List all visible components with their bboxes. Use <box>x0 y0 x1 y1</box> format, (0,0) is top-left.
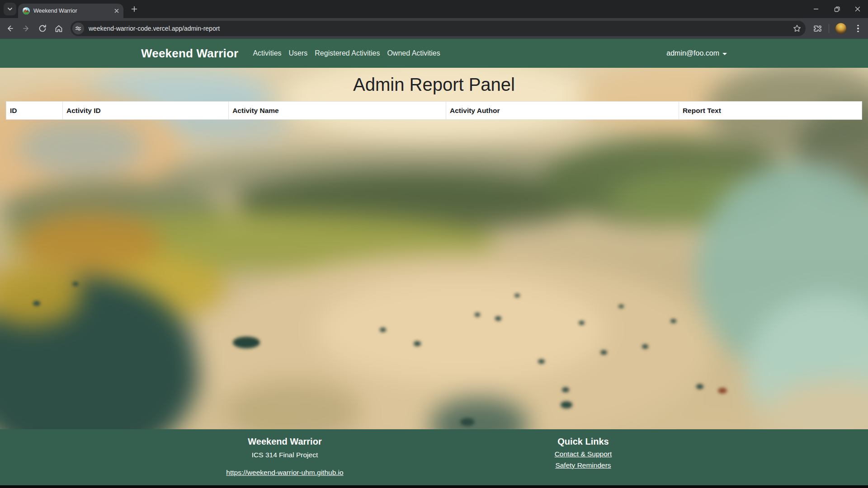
tab-strip: Weekend Warrior <box>0 0 868 18</box>
browser-menu-button[interactable] <box>852 22 864 35</box>
footer-brand-title: Weekend Warrior <box>136 436 434 447</box>
home-icon <box>54 24 63 33</box>
quick-links-title: Quick Links <box>434 436 732 447</box>
window-bottom-edge <box>0 485 868 488</box>
nav-link-activities[interactable]: Activities <box>249 49 285 57</box>
column-header-id: ID <box>6 102 63 120</box>
site-navbar: Weekend Warrior Activities Users Registe… <box>0 39 868 68</box>
tab-search-button[interactable] <box>4 3 16 15</box>
column-header-report-text: Report Text <box>679 102 862 120</box>
contact-support-link[interactable]: Contact & Support <box>434 450 732 458</box>
close-icon <box>855 6 860 12</box>
puzzle-icon <box>813 24 822 33</box>
browser-tab[interactable]: Weekend Warrior <box>18 4 123 18</box>
page-title: Admin Report Panel <box>0 68 868 95</box>
forward-button[interactable] <box>20 22 33 35</box>
footer-quick-links-column: Quick Links Contact & Support Safety Rem… <box>434 429 732 485</box>
window-minimize-button[interactable] <box>806 0 826 18</box>
nav-link-owned-activities[interactable]: Owned Activities <box>383 49 443 57</box>
nav-link-users[interactable]: Users <box>285 49 311 57</box>
site-footer: Weekend Warrior ICS 314 Final Project ht… <box>0 429 868 485</box>
column-header-activity-name: Activity Name <box>229 102 446 120</box>
toolbar-separator <box>829 24 829 33</box>
column-header-activity-id: Activity ID <box>62 102 228 120</box>
browser-toolbar: weekend-warrior-code.vercel.app/admin-re… <box>0 18 868 39</box>
report-table: ID Activity ID Activity Name Activity Au… <box>6 101 862 120</box>
tab-close-button[interactable] <box>113 7 121 15</box>
url-bar[interactable]: weekend-warrior-code.vercel.app/admin-re… <box>71 21 806 36</box>
minimize-icon <box>813 6 819 12</box>
navbar-brand[interactable]: Weekend Warrior <box>141 47 238 61</box>
window-controls <box>806 0 868 18</box>
window-restore-button[interactable] <box>826 0 847 18</box>
account-dropdown[interactable]: admin@foo.com <box>666 49 727 57</box>
star-icon <box>793 24 801 33</box>
new-tab-button[interactable] <box>128 3 141 15</box>
footer-subtitle: ICS 314 Final Project <box>136 451 434 459</box>
tab-title: Weekend Warrior <box>33 8 77 14</box>
extensions-button[interactable] <box>811 22 824 35</box>
plus-icon <box>131 6 137 12</box>
beach-detail-specks <box>0 68 868 429</box>
window-close-button[interactable] <box>847 0 868 18</box>
back-button[interactable] <box>4 22 16 35</box>
column-header-activity-author: Activity Author <box>446 102 679 120</box>
reload-button[interactable] <box>36 22 49 35</box>
reload-icon <box>38 24 47 33</box>
site-info-icon[interactable] <box>72 23 84 34</box>
chevron-down-icon <box>7 6 13 12</box>
kebab-icon <box>857 25 859 32</box>
account-email: admin@foo.com <box>666 49 719 57</box>
url-text[interactable]: weekend-warrior-code.vercel.app/admin-re… <box>89 25 220 32</box>
main-content: Admin Report Panel ID Activity ID Activi… <box>0 68 868 429</box>
chevron-down-icon <box>722 53 727 55</box>
browser-window: Weekend Warrior <box>0 0 868 488</box>
footer-brand-column: Weekend Warrior ICS 314 Final Project ht… <box>136 429 434 485</box>
home-button[interactable] <box>52 22 65 35</box>
forward-arrow-icon <box>22 24 31 33</box>
footer-site-link[interactable]: https://weekend-warrior-uhm.github.io <box>226 469 343 477</box>
nav-link-registered-activities[interactable]: Registered Activities <box>311 49 383 57</box>
safety-reminders-link[interactable]: Safety Reminders <box>434 461 732 469</box>
site-favicon-icon <box>23 7 30 14</box>
table-header-row: ID Activity ID Activity Name Activity Au… <box>6 102 862 120</box>
back-arrow-icon <box>5 24 14 33</box>
profile-avatar[interactable] <box>835 23 846 34</box>
close-icon <box>114 9 119 13</box>
bookmark-star-button[interactable] <box>791 23 803 34</box>
restore-icon <box>834 6 840 12</box>
